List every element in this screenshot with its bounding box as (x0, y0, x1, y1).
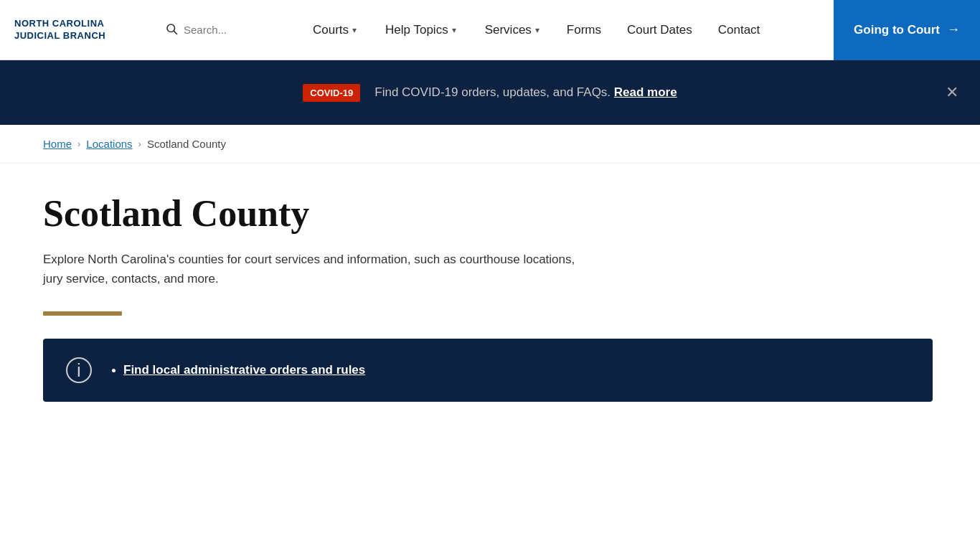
search-input[interactable] (184, 24, 284, 36)
gold-divider (43, 311, 122, 316)
site-logo: NORTH CAROLINA JUDICIAL BRANCH (14, 18, 105, 42)
page-description: Explore North Carolina's counties for co… (43, 250, 588, 288)
svg-line-1 (174, 31, 176, 34)
search-icon[interactable] (165, 22, 178, 38)
chevron-down-icon: ▾ (452, 25, 456, 35)
info-icon: i (66, 357, 92, 383)
covid-badge: COVID-19 (303, 84, 360, 102)
nav-item-services[interactable]: Services ▾ (471, 0, 554, 60)
covid-message: Find COVID-19 orders, updates, and FAQs.… (374, 85, 677, 100)
breadcrumb-separator-1: › (77, 138, 80, 149)
page-title: Scotland County (43, 192, 937, 235)
nav-item-contact[interactable]: Contact (705, 0, 773, 60)
breadcrumb-locations[interactable]: Locations (86, 138, 132, 150)
chevron-down-icon: ▾ (352, 25, 357, 35)
read-more-link[interactable]: Read more (614, 85, 677, 99)
covid-banner: COVID-19 Find COVID-19 orders, updates, … (0, 60, 980, 125)
nav-item-courts[interactable]: Courts ▾ (298, 0, 371, 60)
info-list: Find local administrative orders and rul… (109, 363, 365, 377)
chevron-down-icon: ▾ (535, 25, 540, 35)
info-box: i Find local administrative orders and r… (43, 339, 933, 402)
nav-item-help-topics[interactable]: Help Topics ▾ (371, 0, 471, 60)
nav-item-court-dates[interactable]: Court Dates (614, 0, 705, 60)
main-nav: Courts ▾ Help Topics ▾ Services ▾ Forms … (298, 0, 834, 60)
close-button[interactable]: ✕ (946, 83, 958, 102)
site-header: NORTH CAROLINA JUDICIAL BRANCH Courts ▾ … (0, 0, 980, 60)
logo-area[interactable]: NORTH CAROLINA JUDICIAL BRANCH (0, 18, 158, 42)
nav-item-forms[interactable]: Forms (554, 0, 614, 60)
main-content: Scotland County Explore North Carolina's… (0, 164, 980, 430)
breadcrumb-current: Scotland County (147, 138, 226, 150)
search-area (165, 22, 284, 38)
going-to-court-button[interactable]: Going to Court → (834, 0, 980, 60)
list-item: Find local administrative orders and rul… (123, 363, 365, 377)
breadcrumb: Home › Locations › Scotland County (0, 125, 980, 164)
arrow-icon: → (947, 22, 960, 37)
breadcrumb-separator-2: › (138, 138, 141, 149)
breadcrumb-home[interactable]: Home (43, 138, 72, 150)
admin-orders-link[interactable]: Find local administrative orders and rul… (123, 363, 365, 377)
